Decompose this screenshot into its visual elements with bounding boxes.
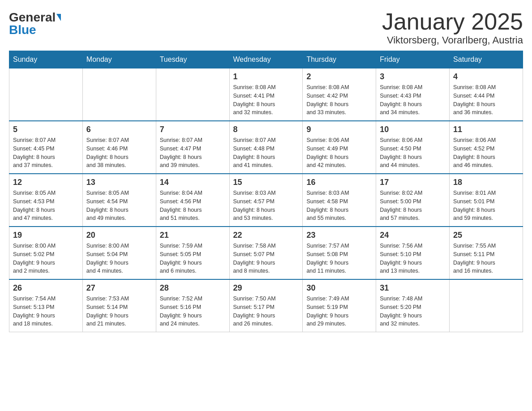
day-info: Sunrise: 7:53 AMSunset: 5:14 PMDaylight:…	[86, 295, 152, 328]
calendar-header-row: SundayMondayTuesdayWednesdayThursdayFrid…	[9, 51, 523, 68]
calendar-cell: 6Sunrise: 8:07 AMSunset: 4:46 PMDaylight…	[82, 121, 156, 174]
day-number: 14	[160, 178, 226, 187]
day-number: 5	[13, 125, 79, 134]
day-info: Sunrise: 7:52 AMSunset: 5:16 PMDaylight:…	[160, 295, 226, 328]
calendar-cell: 14Sunrise: 8:04 AMSunset: 4:56 PMDayligh…	[156, 174, 229, 227]
column-header-monday: Monday	[82, 51, 156, 68]
day-info: Sunrise: 8:06 AMSunset: 4:52 PMDaylight:…	[453, 136, 519, 170]
day-number: 27	[86, 283, 152, 293]
day-number: 23	[306, 231, 372, 240]
day-info: Sunrise: 8:08 AMSunset: 4:43 PMDaylight:…	[380, 83, 446, 117]
calendar-cell	[82, 68, 156, 121]
calendar-week-row: 26Sunrise: 7:54 AMSunset: 5:13 PMDayligh…	[9, 279, 523, 332]
column-header-wednesday: Wednesday	[229, 51, 303, 68]
calendar-cell: 20Sunrise: 8:00 AMSunset: 5:04 PMDayligh…	[82, 227, 156, 279]
calendar-cell: 9Sunrise: 8:06 AMSunset: 4:49 PMDaylight…	[303, 121, 376, 174]
calendar-cell: 15Sunrise: 8:03 AMSunset: 4:57 PMDayligh…	[229, 174, 303, 227]
day-number: 7	[160, 125, 226, 134]
column-header-friday: Friday	[376, 51, 450, 68]
day-info: Sunrise: 8:00 AMSunset: 5:02 PMDaylight:…	[13, 242, 79, 275]
calendar-cell: 29Sunrise: 7:50 AMSunset: 5:17 PMDayligh…	[229, 279, 303, 332]
day-number: 26	[13, 283, 79, 293]
day-info: Sunrise: 7:57 AMSunset: 5:08 PMDaylight:…	[306, 242, 372, 275]
calendar-cell: 26Sunrise: 7:54 AMSunset: 5:13 PMDayligh…	[9, 279, 83, 332]
day-number: 21	[160, 231, 226, 240]
calendar-cell: 30Sunrise: 7:49 AMSunset: 5:19 PMDayligh…	[303, 279, 376, 332]
day-info: Sunrise: 8:03 AMSunset: 4:57 PMDaylight:…	[233, 189, 299, 223]
calendar-cell: 10Sunrise: 8:06 AMSunset: 4:50 PMDayligh…	[376, 121, 450, 174]
month-title: January 2025	[382, 9, 523, 34]
day-number: 1	[233, 72, 299, 81]
calendar-cell: 4Sunrise: 8:08 AMSunset: 4:44 PMDaylight…	[450, 68, 523, 121]
day-info: Sunrise: 8:00 AMSunset: 5:04 PMDaylight:…	[86, 242, 152, 275]
column-header-tuesday: Tuesday	[156, 51, 229, 68]
day-number: 10	[380, 125, 446, 134]
day-info: Sunrise: 8:07 AMSunset: 4:47 PMDaylight:…	[160, 136, 226, 170]
calendar-week-row: 1Sunrise: 8:08 AMSunset: 4:41 PMDaylight…	[9, 68, 523, 121]
calendar-cell: 2Sunrise: 8:08 AMSunset: 4:42 PMDaylight…	[303, 68, 376, 121]
calendar-cell: 31Sunrise: 7:48 AMSunset: 5:20 PMDayligh…	[376, 279, 450, 332]
day-number: 15	[233, 178, 299, 187]
day-info: Sunrise: 8:08 AMSunset: 4:41 PMDaylight:…	[233, 83, 299, 117]
calendar-week-row: 5Sunrise: 8:07 AMSunset: 4:45 PMDaylight…	[9, 121, 523, 174]
header: General Blue January 2025 Viktorsberg, V…	[9, 9, 523, 46]
calendar-cell: 8Sunrise: 8:07 AMSunset: 4:48 PMDaylight…	[229, 121, 303, 174]
day-number: 6	[86, 125, 152, 134]
logo-triangle-icon	[56, 14, 61, 21]
calendar-cell: 25Sunrise: 7:55 AMSunset: 5:11 PMDayligh…	[450, 227, 523, 279]
day-number: 9	[306, 125, 372, 134]
day-info: Sunrise: 8:08 AMSunset: 4:44 PMDaylight:…	[453, 83, 519, 117]
calendar-cell: 21Sunrise: 7:59 AMSunset: 5:05 PMDayligh…	[156, 227, 229, 279]
calendar-cell: 19Sunrise: 8:00 AMSunset: 5:02 PMDayligh…	[9, 227, 83, 279]
day-info: Sunrise: 7:54 AMSunset: 5:13 PMDaylight:…	[13, 295, 79, 328]
day-number: 18	[453, 178, 519, 187]
calendar-cell: 24Sunrise: 7:56 AMSunset: 5:10 PMDayligh…	[376, 227, 450, 279]
column-header-thursday: Thursday	[303, 51, 376, 68]
day-number: 31	[380, 283, 446, 293]
calendar-cell: 11Sunrise: 8:06 AMSunset: 4:52 PMDayligh…	[450, 121, 523, 174]
calendar-cell: 7Sunrise: 8:07 AMSunset: 4:47 PMDaylight…	[156, 121, 229, 174]
title-area: January 2025 Viktorsberg, Vorarlberg, Au…	[382, 9, 523, 46]
day-number: 29	[233, 283, 299, 293]
day-number: 2	[306, 72, 372, 81]
logo: General Blue	[9, 9, 61, 36]
day-info: Sunrise: 7:49 AMSunset: 5:19 PMDaylight:…	[306, 295, 372, 328]
day-number: 13	[86, 178, 152, 187]
calendar-cell: 27Sunrise: 7:53 AMSunset: 5:14 PMDayligh…	[82, 279, 156, 332]
day-info: Sunrise: 8:01 AMSunset: 5:01 PMDaylight:…	[453, 189, 519, 223]
day-info: Sunrise: 7:48 AMSunset: 5:20 PMDaylight:…	[380, 295, 446, 328]
calendar-cell: 12Sunrise: 8:05 AMSunset: 4:53 PMDayligh…	[9, 174, 83, 227]
day-number: 17	[380, 178, 446, 187]
calendar-cell: 3Sunrise: 8:08 AMSunset: 4:43 PMDaylight…	[376, 68, 450, 121]
calendar-cell: 23Sunrise: 7:57 AMSunset: 5:08 PMDayligh…	[303, 227, 376, 279]
day-number: 4	[453, 72, 519, 81]
day-number: 3	[380, 72, 446, 81]
calendar-cell: 28Sunrise: 7:52 AMSunset: 5:16 PMDayligh…	[156, 279, 229, 332]
calendar-cell: 13Sunrise: 8:05 AMSunset: 4:54 PMDayligh…	[82, 174, 156, 227]
day-number: 30	[306, 283, 372, 293]
logo-general: General	[9, 11, 56, 24]
day-number: 20	[86, 231, 152, 240]
day-info: Sunrise: 7:56 AMSunset: 5:10 PMDaylight:…	[380, 242, 446, 275]
day-info: Sunrise: 8:03 AMSunset: 4:58 PMDaylight:…	[306, 189, 372, 223]
calendar-cell: 17Sunrise: 8:02 AMSunset: 5:00 PMDayligh…	[376, 174, 450, 227]
day-number: 19	[13, 231, 79, 240]
calendar-cell: 16Sunrise: 8:03 AMSunset: 4:58 PMDayligh…	[303, 174, 376, 227]
day-number: 16	[306, 178, 372, 187]
day-number: 24	[380, 231, 446, 240]
logo-blue: Blue	[9, 24, 36, 36]
day-number: 11	[453, 125, 519, 134]
day-info: Sunrise: 8:07 AMSunset: 4:45 PMDaylight:…	[13, 136, 79, 170]
day-info: Sunrise: 8:05 AMSunset: 4:53 PMDaylight:…	[13, 189, 79, 223]
day-info: Sunrise: 8:05 AMSunset: 4:54 PMDaylight:…	[86, 189, 152, 223]
calendar-table: SundayMondayTuesdayWednesdayThursdayFrid…	[9, 51, 523, 332]
day-number: 22	[233, 231, 299, 240]
calendar-cell	[156, 68, 229, 121]
day-number: 28	[160, 283, 226, 293]
location-title: Viktorsberg, Vorarlberg, Austria	[382, 34, 523, 46]
day-info: Sunrise: 8:08 AMSunset: 4:42 PMDaylight:…	[306, 83, 372, 117]
calendar-week-row: 12Sunrise: 8:05 AMSunset: 4:53 PMDayligh…	[9, 174, 523, 227]
calendar-cell	[450, 279, 523, 332]
day-info: Sunrise: 8:07 AMSunset: 4:48 PMDaylight:…	[233, 136, 299, 170]
calendar-cell: 1Sunrise: 8:08 AMSunset: 4:41 PMDaylight…	[229, 68, 303, 121]
